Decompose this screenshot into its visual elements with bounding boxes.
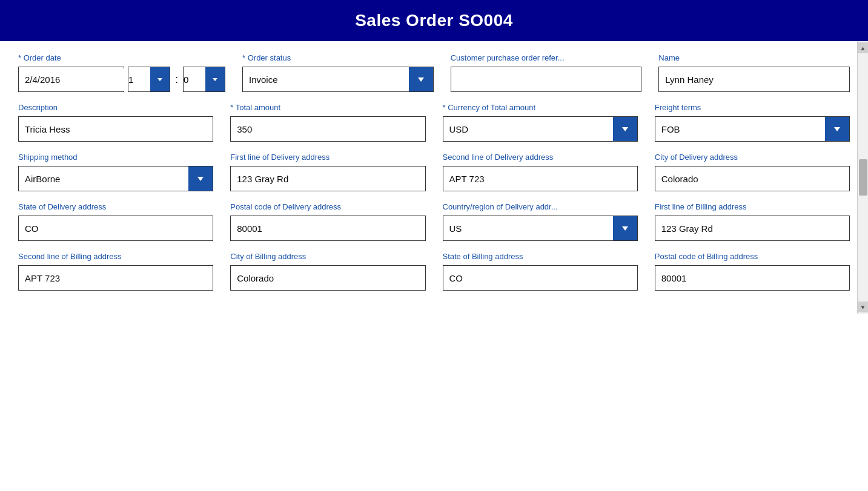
shipping-method-dropdown-icon[interactable] [188, 166, 213, 191]
shipping-method-label: Shipping method [18, 153, 213, 162]
form-row-2: Description * Total amount * Currency of… [18, 103, 850, 142]
currency-dropdown-icon[interactable] [613, 117, 637, 141]
name-col: Name [658, 53, 850, 92]
form-row-5: Second line of Billing address City of B… [18, 252, 850, 291]
description-col: Description [18, 103, 230, 142]
delivery-country-dropdown-icon[interactable] [613, 216, 637, 240]
svg-marker-8 [834, 127, 840, 131]
customer-po-ref-input[interactable] [451, 67, 642, 92]
delivery-country-input[interactable] [443, 216, 613, 240]
currency-col: * Currency of Total amount [443, 103, 655, 142]
delivery-country-label: Country/region of Delivery addr... [443, 202, 638, 211]
svg-marker-5 [213, 78, 217, 81]
billing-postal-label: Postal code of Billing address [655, 252, 850, 261]
freight-terms-label: Freight terms [655, 103, 850, 112]
customer-po-ref-col: Customer purchase order refer... [451, 53, 659, 92]
delivery-country-select[interactable] [443, 216, 638, 241]
freight-terms-col: Freight terms [655, 103, 850, 142]
scrollbar-track: ▲ ▼ [857, 41, 868, 314]
page-header: Sales Order SO004 [0, 0, 868, 41]
billing-line1-label: First line of Billing address [655, 202, 850, 211]
billing-city-label: City of Billing address [230, 252, 425, 261]
order-date-input[interactable] [19, 68, 146, 91]
svg-marker-6 [418, 77, 424, 82]
total-amount-input[interactable] [230, 116, 425, 142]
shipping-method-input[interactable] [19, 166, 188, 191]
billing-line1-input[interactable] [655, 216, 850, 241]
form-row-1: * Order date [18, 53, 850, 92]
billing-line2-label: Second line of Billing address [18, 252, 213, 261]
billing-city-col: City of Billing address [230, 252, 442, 291]
order-status-input[interactable] [243, 67, 409, 91]
billing-state-label: State of Billing address [443, 252, 638, 261]
name-label: Name [658, 53, 850, 62]
billing-postal-col: Postal code of Billing address [655, 252, 850, 291]
delivery-line1-col: First line of Delivery address [230, 153, 442, 191]
hour-arrow-icon[interactable] [150, 67, 170, 91]
svg-marker-7 [622, 127, 628, 131]
hour-spinner [128, 67, 170, 92]
minute-arrow-icon[interactable] [205, 67, 225, 91]
billing-state-input[interactable] [443, 265, 638, 291]
billing-postal-input[interactable] [655, 265, 850, 291]
freight-terms-select[interactable] [655, 116, 850, 142]
description-input[interactable] [18, 116, 213, 142]
form-row-3: Shipping method First line of Delivery a… [18, 153, 850, 191]
freight-terms-dropdown-icon[interactable] [825, 117, 849, 141]
description-label: Description [18, 103, 213, 112]
currency-input[interactable] [443, 117, 613, 141]
delivery-postal-col: Postal code of Delivery address [230, 202, 442, 241]
svg-marker-4 [157, 78, 162, 81]
delivery-line2-input[interactable] [443, 166, 638, 191]
scroll-down-button[interactable]: ▼ [858, 302, 869, 312]
delivery-city-input[interactable] [655, 166, 850, 191]
name-input[interactable] [658, 67, 850, 92]
total-amount-col: * Total amount [230, 103, 442, 142]
delivery-state-col: State of Delivery address [18, 202, 230, 241]
order-status-dropdown-icon[interactable] [409, 67, 433, 91]
order-status-col: * Order status [242, 53, 451, 92]
delivery-line1-input[interactable] [230, 166, 425, 191]
billing-line2-input[interactable] [18, 265, 213, 291]
freight-terms-input[interactable] [655, 117, 825, 141]
delivery-city-label: City of Delivery address [655, 153, 850, 162]
delivery-line1-label: First line of Delivery address [230, 153, 425, 162]
delivery-state-input[interactable] [18, 216, 213, 241]
scroll-up-button[interactable]: ▲ [858, 42, 869, 53]
delivery-postal-label: Postal code of Delivery address [230, 202, 425, 211]
delivery-city-col: City of Delivery address [655, 153, 850, 191]
scrollbar-thumb[interactable] [859, 159, 867, 196]
billing-city-input[interactable] [230, 265, 425, 291]
shipping-method-select[interactable] [18, 166, 213, 191]
total-amount-label: * Total amount [230, 103, 425, 112]
billing-line2-col: Second line of Billing address [18, 252, 230, 291]
page-title: Sales Order SO004 [355, 11, 513, 30]
billing-state-col: State of Billing address [443, 252, 655, 291]
delivery-line2-label: Second line of Delivery address [443, 153, 638, 162]
currency-label: * Currency of Total amount [443, 103, 638, 112]
order-date-input-group [18, 67, 124, 92]
delivery-postal-input[interactable] [230, 216, 425, 241]
minute-input[interactable] [184, 67, 205, 91]
svg-marker-10 [622, 226, 628, 231]
time-separator: : [174, 73, 179, 86]
form-area: * Order date [0, 41, 868, 314]
order-status-label: * Order status [242, 53, 434, 62]
order-status-select[interactable] [242, 67, 434, 92]
billing-line1-col: First line of Billing address [655, 202, 850, 241]
shipping-method-col: Shipping method [18, 153, 230, 191]
svg-marker-9 [197, 177, 204, 181]
order-date-label: * Order date [18, 53, 225, 62]
customer-po-ref-label: Customer purchase order refer... [451, 53, 642, 62]
form-row-4: State of Delivery address Postal code of… [18, 202, 850, 241]
delivery-line2-col: Second line of Delivery address [443, 153, 655, 191]
delivery-state-label: State of Delivery address [18, 202, 213, 211]
currency-select[interactable] [443, 116, 638, 142]
minute-spinner [183, 67, 225, 92]
order-date-col: * Order date [18, 53, 242, 92]
delivery-country-col: Country/region of Delivery addr... [443, 202, 655, 241]
hour-input[interactable] [128, 67, 150, 91]
